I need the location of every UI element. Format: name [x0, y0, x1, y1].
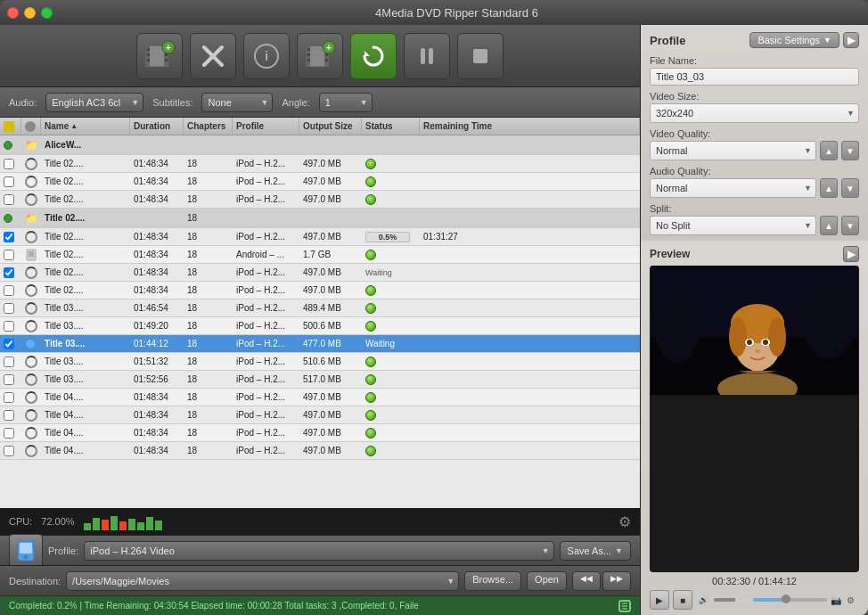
table-row[interactable]: Title 02.... 01:48:34 18 iPod – H.2... 4…: [0, 155, 640, 173]
svg-rect-19: [307, 53, 310, 56]
stop-button[interactable]: [457, 33, 504, 79]
th-profile[interactable]: Profile: [233, 118, 299, 135]
row-checkbox[interactable]: [4, 357, 14, 367]
browse-button[interactable]: Browse...: [464, 571, 521, 591]
play-button[interactable]: ▶: [650, 590, 669, 610]
video-quality-up[interactable]: ▲: [820, 141, 838, 160]
table-row[interactable]: Title 04.... 01:48:34 18 iPod – H.2... 4…: [0, 389, 640, 406]
info-button[interactable]: i: [243, 33, 290, 79]
maximize-button[interactable]: [41, 7, 53, 19]
save-as-button[interactable]: Save As... ▼: [560, 541, 631, 561]
video-quality-select[interactable]: Normal ▼: [650, 141, 816, 160]
settings-ctrl-icon[interactable]: ⚙: [847, 595, 859, 605]
expand-panel-button[interactable]: ▶: [843, 32, 859, 48]
group-check-1[interactable]: [0, 135, 21, 154]
settings-icon[interactable]: ⚙: [618, 513, 631, 530]
preview-progress-thumb[interactable]: [782, 594, 790, 603]
svg-point-49: [729, 317, 747, 357]
svg-point-43: [655, 292, 700, 364]
right-panel: Profile Basic Settings ▼ ▶ File Name:: [641, 25, 868, 615]
row-checkbox[interactable]: [4, 410, 14, 421]
table-row[interactable]: Title 03.... 01:46:54 18 iPod – H.2... 4…: [0, 299, 640, 317]
row-checkbox[interactable]: [4, 303, 14, 314]
row-checkbox[interactable]: [4, 374, 14, 385]
file-name-input[interactable]: [650, 68, 859, 86]
table-row[interactable]: Title 02.... 01:48:34 18 iPod – H.2... 4…: [0, 264, 640, 282]
row-checkbox[interactable]: [4, 232, 14, 242]
row-checkbox[interactable]: [4, 321, 14, 332]
table-row[interactable]: Title 03.... 01:52:56 18 iPod – H.2... 5…: [0, 371, 640, 389]
table-row[interactable]: Title 03.... 01:51:32 18 iPod – H.2... 5…: [0, 353, 640, 371]
table-row[interactable]: Title 04.... 01:48:34 18 iPod – H.2... 4…: [0, 424, 640, 442]
video-quality-down[interactable]: ▼: [841, 141, 859, 160]
pause-button[interactable]: [404, 33, 450, 79]
volume-slider[interactable]: [714, 598, 749, 602]
row-checkbox[interactable]: [4, 176, 14, 187]
angle-select[interactable]: 1 ▼: [319, 93, 373, 112]
open-button[interactable]: Open: [527, 571, 567, 591]
group-row-1[interactable]: 📁 AliceW...: [0, 135, 640, 155]
audio-quality-select[interactable]: Normal ▼: [650, 178, 816, 198]
svg-rect-7: [165, 53, 168, 56]
table-row[interactable]: Title 02.... 01:48:34 18 iPod – H.2... 4…: [0, 173, 640, 191]
preview-progress-track[interactable]: [753, 598, 827, 602]
snapshot-icon[interactable]: 📷: [831, 595, 843, 605]
table-row[interactable]: Title 02.... 01:48:34 18 iPod – H.2... 4…: [0, 228, 640, 246]
th-duration[interactable]: Duration: [130, 118, 184, 135]
table-row[interactable]: Title 02.... 01:48:34 18 iPod – H.2... 4…: [0, 282, 640, 299]
svg-point-53: [747, 340, 752, 345]
svg-rect-20: [307, 59, 310, 62]
dest-path-select[interactable]: /Users/Maggie/Movies ▼: [66, 571, 459, 591]
th-output[interactable]: Output Size: [299, 118, 362, 135]
table-row[interactable]: Title 04.... 01:48:34 18 iPod – H.2... 4…: [0, 442, 640, 460]
file-name-group: File Name:: [650, 55, 859, 86]
th-status[interactable]: Status: [362, 118, 420, 135]
status-text: Completed: 0.2% | Time Remaining: 04:30:…: [9, 601, 419, 611]
row-checkbox[interactable]: [4, 428, 14, 439]
basic-settings-button[interactable]: Basic Settings ▼: [749, 32, 839, 48]
audio-quality-up[interactable]: ▲: [820, 178, 838, 198]
row-checkbox[interactable]: [4, 194, 14, 205]
group-row-2[interactable]: 📁 Title 02.... 18: [0, 209, 640, 228]
subtitles-select[interactable]: None ▼: [201, 93, 273, 112]
split-down[interactable]: ▼: [841, 216, 859, 235]
row-checkbox[interactable]: [4, 250, 14, 260]
audio-quality-down[interactable]: ▼: [841, 178, 859, 198]
convert-button[interactable]: [350, 33, 397, 79]
close-button[interactable]: [7, 7, 19, 19]
prev-button[interactable]: ◀◀: [572, 571, 601, 591]
audio-select[interactable]: English AC3 6cl ▼: [45, 93, 143, 112]
file-table[interactable]: Name ▲ Duration Chapters Profile Output …: [0, 118, 640, 508]
svg-rect-28: [429, 48, 433, 64]
minimize-button[interactable]: [24, 7, 36, 19]
split-up[interactable]: ▲: [820, 216, 838, 235]
table-row[interactable]: Title 03.... 01:49:20 18 iPod – H.2... 5…: [0, 317, 640, 335]
table-row[interactable]: Title 02.... 01:48:34 18 iPod – H.2... 4…: [0, 191, 640, 209]
row-checkbox[interactable]: [4, 392, 14, 403]
row-checkbox[interactable]: [4, 159, 14, 169]
table-row[interactable]: Title 02.... 01:48:34 18 Android – ... 1…: [0, 246, 640, 264]
add-file-button[interactable]: +: [136, 33, 183, 79]
preview-expand-button[interactable]: ▶: [843, 246, 859, 262]
video-size-select[interactable]: 320x240 ▼: [650, 103, 859, 123]
th-remaining[interactable]: Remaining Time: [420, 118, 640, 135]
stop-ctrl-button[interactable]: ■: [673, 590, 692, 610]
profile-select[interactable]: iPod – H.264 Video ▼: [84, 541, 553, 561]
group-name-1: AliceW...: [41, 135, 130, 154]
group-check-2[interactable]: [0, 209, 21, 227]
svg-rect-18: [307, 48, 310, 51]
split-select[interactable]: No Split ▼: [650, 216, 816, 235]
remove-button[interactable]: [190, 33, 236, 79]
th-name[interactable]: Name ▲: [41, 118, 130, 135]
row-checkbox[interactable]: [4, 267, 14, 278]
options-bar: Audio: English AC3 6cl ▼ Subtitles: None…: [0, 87, 640, 118]
table-row[interactable]: Title 04.... 01:48:34 18 iPod – H.2... 4…: [0, 406, 640, 424]
row-checkbox[interactable]: [4, 339, 14, 349]
row-checkbox[interactable]: [4, 285, 14, 296]
svg-rect-27: [421, 48, 425, 64]
add-chapter-button[interactable]: +: [297, 33, 343, 79]
row-checkbox[interactable]: [4, 446, 14, 456]
selected-table-row[interactable]: Title 03.... 01:44:12 18 iPod – H.2... 4…: [0, 335, 640, 353]
th-chapters[interactable]: Chapters: [184, 118, 233, 135]
next-button[interactable]: ▶▶: [602, 571, 631, 591]
